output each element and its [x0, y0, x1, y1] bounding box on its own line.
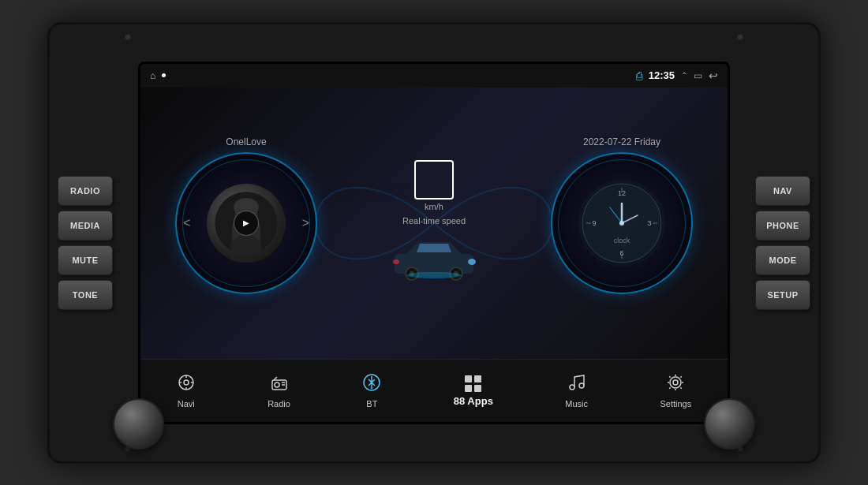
- car-image: [387, 230, 481, 285]
- navi-nav[interactable]: Navi: [165, 369, 208, 412]
- svg-point-38: [579, 383, 584, 388]
- play-button[interactable]: ▶: [234, 211, 259, 236]
- clock-face: 12 3 6 9: [578, 180, 665, 267]
- svg-text:9: 9: [592, 219, 596, 227]
- mute-button[interactable]: MUTE: [58, 245, 113, 275]
- svg-point-11: [406, 272, 462, 278]
- car-head-unit: RADIO MEDIA MUTE TONE ⌂ ⎙ 12:35 ⌃ ▭ ↩: [47, 22, 821, 464]
- status-dot: [162, 73, 166, 77]
- apps-label: 88 Apps: [454, 396, 493, 406]
- radio-nav[interactable]: Radio: [256, 369, 302, 412]
- prev-arrow[interactable]: <: [183, 216, 190, 230]
- artist-name: OnelLove: [226, 136, 266, 147]
- right-knob[interactable]: [704, 398, 755, 450]
- left-knob[interactable]: [113, 398, 164, 450]
- main-content: OnelLove: [140, 88, 728, 359]
- radio-button[interactable]: RADIO: [58, 176, 113, 206]
- status-right: ⎙ 12:35 ⌃ ▭ ↩: [636, 69, 718, 82]
- right-button-group: NAV PHONE MODE SETUP: [755, 176, 810, 310]
- navi-label: Navi: [178, 399, 195, 409]
- settings-icon: [666, 373, 685, 395]
- phone-hw-button[interactable]: PHONE: [755, 211, 810, 241]
- music-nav[interactable]: Music: [553, 369, 600, 412]
- apps-nav[interactable]: 88 Apps: [442, 371, 505, 410]
- screw-tl: [125, 34, 131, 40]
- screw-tr: [737, 34, 743, 40]
- speed-display: km/h: [414, 160, 454, 211]
- svg-point-32: [275, 382, 279, 387]
- next-arrow[interactable]: >: [302, 216, 309, 230]
- svg-point-39: [673, 380, 678, 385]
- speed-label: Real-time speed: [402, 216, 466, 226]
- setup-hw-button[interactable]: SETUP: [755, 280, 810, 310]
- home-icon[interactable]: ⌂: [150, 70, 155, 81]
- bluetooth-icon: ⎙: [636, 69, 642, 82]
- tone-button[interactable]: TONE: [58, 280, 113, 310]
- back-icon: ↩: [709, 69, 718, 82]
- main-screen: ⌂ ⎙ 12:35 ⌃ ▭ ↩ OnelLove: [138, 62, 730, 424]
- artist-image: ▶: [207, 184, 286, 263]
- apps-icon: [465, 375, 482, 392]
- date-display: 2022-07-22 Friday: [583, 136, 660, 147]
- speed-unit: km/h: [414, 202, 454, 211]
- media-button[interactable]: MEDIA: [58, 211, 113, 241]
- status-left: ⌂: [150, 70, 166, 81]
- svg-point-6: [393, 259, 399, 264]
- svg-text:3: 3: [647, 219, 651, 227]
- bt-icon: [362, 373, 381, 395]
- navi-icon: [177, 373, 196, 395]
- clock-time: 12:35: [649, 69, 675, 81]
- svg-point-40: [670, 377, 681, 388]
- clock-label: clock: [614, 237, 630, 244]
- speed-widget: km/h Real-time speed: [355, 160, 513, 285]
- radio-icon: [270, 373, 289, 395]
- music-circle: OnelLove: [175, 152, 317, 294]
- clock-circle: 2022-07-22 Friday 12 3 6 9: [551, 152, 693, 294]
- bt-label: BT: [366, 399, 377, 409]
- svg-point-24: [619, 221, 624, 226]
- svg-point-5: [468, 259, 476, 265]
- nav-hw-button[interactable]: NAV: [755, 176, 810, 206]
- mode-hw-button[interactable]: MODE: [755, 245, 810, 275]
- settings-nav[interactable]: Settings: [648, 369, 703, 412]
- music-label: Music: [565, 399, 588, 409]
- chevron-icon: ⌃: [681, 71, 687, 80]
- speed-box: [414, 160, 454, 200]
- music-icon: [567, 373, 586, 395]
- battery-icon: ▭: [694, 70, 702, 81]
- left-button-group: RADIO MEDIA MUTE TONE: [58, 176, 113, 310]
- settings-label: Settings: [660, 399, 691, 409]
- svg-point-37: [570, 385, 574, 390]
- svg-point-26: [184, 380, 189, 385]
- radio-label: Radio: [268, 399, 290, 409]
- status-bar: ⌂ ⎙ 12:35 ⌃ ▭ ↩: [140, 64, 728, 88]
- bt-nav[interactable]: BT: [350, 369, 393, 412]
- bottom-nav: Navi Radio: [140, 359, 728, 422]
